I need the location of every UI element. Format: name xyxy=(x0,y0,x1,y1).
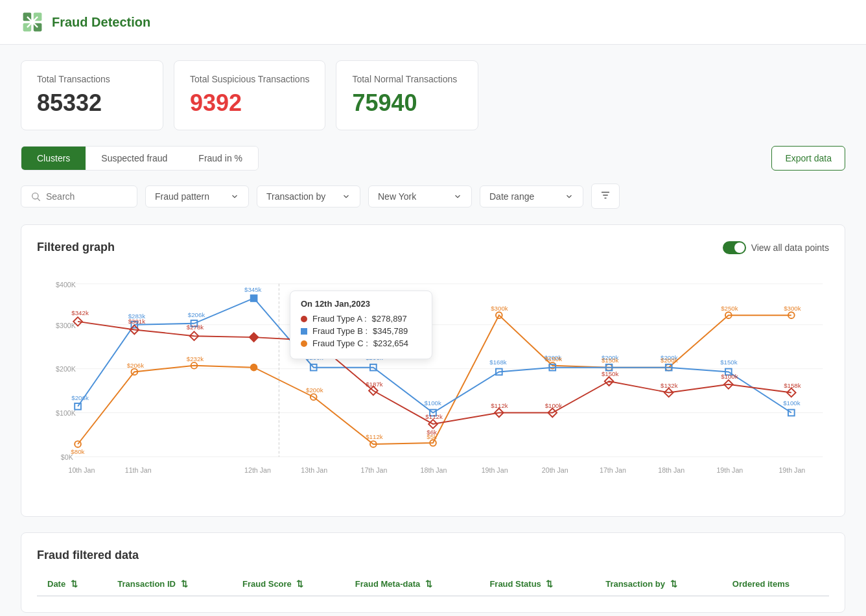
col-fraud-status[interactable]: Fraud Status ⇅ xyxy=(479,573,595,596)
svg-line-7 xyxy=(38,198,40,201)
stat-value-suspicious: 9392 xyxy=(190,89,309,117)
svg-text:$100k: $100k xyxy=(721,373,738,380)
sort-icon-fraud-status: ⇅ xyxy=(546,579,553,589)
svg-text:$168k: $168k xyxy=(489,359,507,366)
svg-text:11th Jan: 11th Jan xyxy=(125,466,152,474)
svg-text:$187k: $187k xyxy=(366,381,383,388)
svg-text:$150k: $150k xyxy=(602,370,619,377)
svg-text:$100k: $100k xyxy=(545,402,563,409)
svg-text:$132k: $132k xyxy=(661,382,678,389)
view-toggle[interactable]: View all data points xyxy=(723,241,829,254)
svg-marker-51 xyxy=(250,333,259,342)
filter-icon xyxy=(600,189,611,201)
svg-text:17th Jan: 17th Jan xyxy=(360,466,387,474)
svg-text:$206k: $206k xyxy=(188,311,205,318)
graph-title: Filtered graph xyxy=(37,241,115,254)
stat-value-total: 85332 xyxy=(37,89,147,117)
sort-icon-date: ⇅ xyxy=(71,579,78,589)
search-icon xyxy=(30,191,41,202)
svg-text:$206k: $206k xyxy=(127,362,145,369)
dropdown-fraud-pattern[interactable]: Fraud pattern xyxy=(145,185,249,207)
stat-card-normal: Total Normal Transactions 75940 xyxy=(336,60,478,130)
toggle-switch[interactable] xyxy=(723,241,746,254)
export-button[interactable]: Export data xyxy=(771,146,845,171)
svg-text:$5k: $5k xyxy=(427,433,437,440)
svg-text:$206k: $206k xyxy=(71,394,89,401)
app-title: Fraud Detection xyxy=(52,15,150,30)
svg-text:$300K: $300K xyxy=(56,322,76,329)
svg-text:$278k: $278k xyxy=(187,324,204,331)
svg-text:19th Jan: 19th Jan xyxy=(778,466,805,474)
svg-text:$150k: $150k xyxy=(720,359,738,366)
col-fraud-metadata[interactable]: Fraud Meta-data ⇅ xyxy=(345,573,480,596)
col-ordered-items[interactable]: Ordered items xyxy=(722,573,829,596)
stat-card-suspicious: Total Suspicious Transactions 9392 xyxy=(174,60,325,130)
stat-value-normal: 75940 xyxy=(352,89,462,117)
svg-text:12th Jan: 12th Jan xyxy=(244,466,271,474)
table-title: Fraud filtered data xyxy=(37,549,829,562)
svg-text:18th Jan: 18th Jan xyxy=(421,466,447,474)
svg-rect-38 xyxy=(251,295,257,302)
svg-text:$300k: $300k xyxy=(784,305,801,312)
search-box[interactable] xyxy=(21,185,137,207)
sort-icon-fraud-score: ⇅ xyxy=(296,579,303,589)
svg-text:$100k: $100k xyxy=(424,399,441,407)
sort-icon-fraud-metadata: ⇅ xyxy=(425,579,432,589)
filter-options-button[interactable] xyxy=(591,184,620,209)
svg-text:$345k: $345k xyxy=(244,286,262,293)
stat-label-total: Total Transactions xyxy=(37,74,147,84)
svg-text:$200k: $200k xyxy=(366,354,383,361)
svg-text:$200k: $200k xyxy=(306,386,323,394)
sort-icon-transaction-by: ⇅ xyxy=(670,579,677,589)
sort-icon-transaction-id: ⇅ xyxy=(181,579,188,589)
tab-suspected-fraud[interactable]: Suspected fraud xyxy=(86,147,183,170)
svg-text:$400K: $400K xyxy=(56,281,76,289)
chevron-down-icon xyxy=(342,192,351,201)
table-section: Fraud filtered data Date ⇅ Transaction I… xyxy=(21,532,845,613)
col-transaction-id[interactable]: Transaction ID ⇅ xyxy=(107,573,232,596)
svg-text:$200K: $200K xyxy=(56,365,76,373)
tab-group: Clusters Suspected fraud Fraud in % xyxy=(21,146,259,171)
chevron-down-icon xyxy=(230,192,239,201)
svg-text:$80k: $80k xyxy=(71,448,84,455)
tab-clusters[interactable]: Clusters xyxy=(21,147,86,170)
svg-text:18th Jan: 18th Jan xyxy=(658,466,685,474)
dropdown-location[interactable]: New York xyxy=(368,185,472,207)
col-transaction-by[interactable]: Transaction by ⇅ xyxy=(595,573,722,596)
tabs-export-row: Clusters Suspected fraud Fraud in % Expo… xyxy=(21,146,845,171)
svg-text:$112k: $112k xyxy=(491,402,508,409)
svg-text:$268k: $268k xyxy=(320,330,337,337)
svg-text:$150k: $150k xyxy=(602,357,619,364)
chart-wrapper: $400K $300K $200K $100K $0K xyxy=(37,265,829,501)
dropdown-date-range[interactable]: Date range xyxy=(480,185,583,207)
col-date[interactable]: Date ⇅ xyxy=(37,573,107,596)
line-chart: $400K $300K $200K $100K $0K xyxy=(37,265,829,498)
svg-text:20th Jan: 20th Jan xyxy=(542,466,568,474)
dropdown-transaction-by[interactable]: Transaction by xyxy=(257,185,360,207)
app-logo xyxy=(21,10,44,34)
stat-label-suspicious: Total Suspicious Transactions xyxy=(190,74,309,84)
svg-text:19th Jan: 19th Jan xyxy=(482,466,508,474)
chevron-down-icon xyxy=(453,192,462,201)
svg-text:$300k: $300k xyxy=(491,305,508,312)
search-input[interactable] xyxy=(46,191,124,202)
svg-text:$100K: $100K xyxy=(56,409,76,417)
graph-section: Filtered graph View all data points $400… xyxy=(21,224,845,517)
svg-text:$100k: $100k xyxy=(783,399,801,407)
svg-point-25 xyxy=(251,364,257,371)
app-header: Fraud Detection xyxy=(0,0,866,45)
svg-text:10th Jan: 10th Jan xyxy=(68,466,95,474)
table-header-row: Date ⇅ Transaction ID ⇅ Fraud Score ⇅ Fr… xyxy=(37,573,829,596)
data-table: Date ⇅ Transaction ID ⇅ Fraud Score ⇅ Fr… xyxy=(37,573,829,597)
col-fraud-score[interactable]: Fraud Score ⇅ xyxy=(232,573,345,596)
filter-row: Fraud pattern Transaction by New York Da… xyxy=(21,184,845,209)
svg-text:19th Jan: 19th Jan xyxy=(716,466,743,474)
chevron-down-icon xyxy=(565,192,574,201)
toggle-label: View all data points xyxy=(751,243,829,253)
svg-text:$158k: $158k xyxy=(784,382,801,389)
svg-text:$112k: $112k xyxy=(425,413,443,420)
svg-text:$250k: $250k xyxy=(721,305,738,312)
tab-fraud-percent[interactable]: Fraud in % xyxy=(183,147,258,170)
svg-text:$200k: $200k xyxy=(661,357,678,364)
svg-text:17th Jan: 17th Jan xyxy=(600,466,626,474)
